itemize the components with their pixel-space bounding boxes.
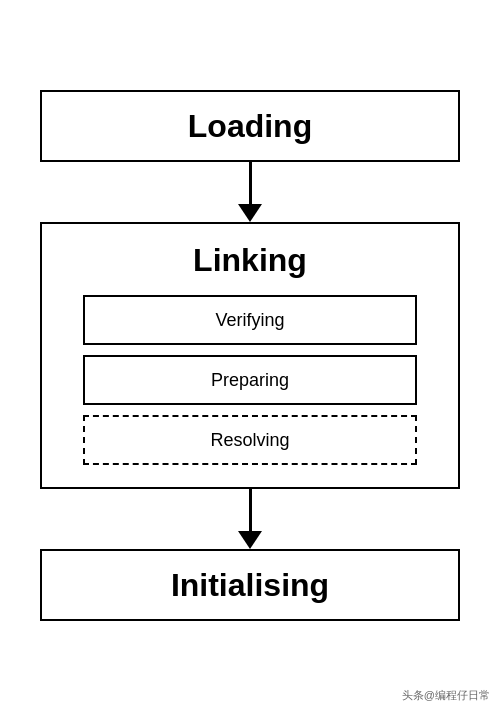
arrow-head-2 bbox=[238, 531, 262, 549]
diagram-container: Loading Linking Verifying Preparing Reso… bbox=[40, 90, 460, 621]
linking-box: Linking Verifying Preparing Resolving bbox=[40, 222, 460, 489]
initialising-label: Initialising bbox=[171, 567, 329, 604]
arrow-line-2 bbox=[249, 489, 252, 531]
preparing-label: Preparing bbox=[211, 370, 289, 391]
preparing-box: Preparing bbox=[83, 355, 417, 405]
loading-label: Loading bbox=[188, 108, 312, 145]
resolving-box: Resolving bbox=[83, 415, 417, 465]
resolving-label: Resolving bbox=[210, 430, 289, 451]
verifying-box: Verifying bbox=[83, 295, 417, 345]
verifying-label: Verifying bbox=[215, 310, 284, 331]
linking-label: Linking bbox=[193, 242, 307, 279]
arrow-line-1 bbox=[249, 162, 252, 204]
initialising-box: Initialising bbox=[40, 549, 460, 621]
watermark: 头条@编程仔日常 bbox=[402, 688, 490, 703]
arrow-head-1 bbox=[238, 204, 262, 222]
loading-box: Loading bbox=[40, 90, 460, 162]
